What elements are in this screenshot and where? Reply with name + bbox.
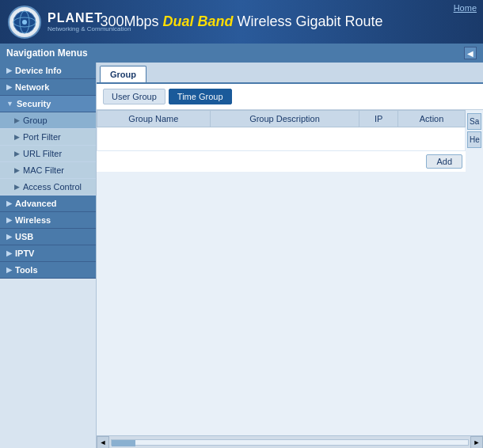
sidebar-label-url-filter: URL Filter <box>23 149 62 158</box>
sidebar-item-port-filter[interactable]: ▶ Port Filter <box>0 129 96 146</box>
subtab-bar: User Group Time Group <box>97 84 483 110</box>
chevron-right-icon: ▶ <box>6 83 12 91</box>
sidebar-item-usb[interactable]: ▶ USB <box>0 229 96 245</box>
sidebar-label-mac-filter: MAC Filter <box>23 165 64 175</box>
title-highlight: Dual Band <box>162 13 233 29</box>
sidebar-label-security: Security <box>17 99 51 108</box>
side-button-sa[interactable]: Sa <box>467 113 481 130</box>
table-row-empty <box>97 127 466 151</box>
sidebar-item-network[interactable]: ▶ Network <box>0 79 96 96</box>
chevron-right-icon: ▶ <box>6 216 12 224</box>
table-wrapper: Group Name Group Description IP Action <box>97 110 466 435</box>
sidebar-label-wireless: Wireless <box>15 215 51 225</box>
subtab-user-group[interactable]: User Group <box>103 89 165 104</box>
sidebar-item-mac-filter[interactable]: ▶ MAC Filter <box>0 162 96 179</box>
sidebar-label-network: Network <box>15 82 49 92</box>
header-title: 300Mbps Dual Band Wireless Gigabit Route <box>100 13 382 30</box>
sidebar-item-tools[interactable]: ▶ Tools <box>0 262 96 279</box>
sidebar-label-iptv: IPTV <box>15 249 34 258</box>
col-action: Action <box>398 111 466 127</box>
chevron-right-icon: ▶ <box>14 183 20 191</box>
sidebar-item-iptv[interactable]: ▶ IPTV <box>0 245 96 262</box>
nav-bar: Navigation Menus ◀ <box>0 44 483 63</box>
scroll-left-button[interactable]: ◄ <box>97 436 109 449</box>
col-group-name: Group Name <box>97 111 211 127</box>
chevron-right-icon: ▶ <box>6 233 12 241</box>
header: PLANET Networking & Communication 300Mbp… <box>0 0 483 44</box>
main-tab-bar: Group <box>97 63 483 84</box>
chevron-right-icon: ▶ <box>6 66 12 74</box>
sidebar-item-advanced[interactable]: ▶ Advanced <box>0 196 96 212</box>
add-button-row: Add <box>97 151 466 172</box>
scroll-thumb[interactable] <box>112 440 135 446</box>
group-table: Group Name Group Description IP Action <box>97 110 466 151</box>
sidebar: ▶ Device Info ▶ Network ▼ Security ▶ Gro… <box>0 63 97 448</box>
title-prefix: 300Mbps <box>100 13 162 29</box>
chevron-right-icon: ▶ <box>14 133 20 141</box>
sidebar-label-group: Group <box>23 116 48 125</box>
chevron-right-icon: ▶ <box>14 166 20 174</box>
add-button[interactable]: Add <box>426 154 462 169</box>
sidebar-item-url-filter[interactable]: ▶ URL Filter <box>0 146 96 162</box>
table-and-side: Group Name Group Description IP Action <box>97 110 483 448</box>
sidebar-item-access-control[interactable]: ▶ Access Control <box>0 179 96 196</box>
subtab-time-group[interactable]: Time Group <box>169 89 232 104</box>
chevron-right-icon: ▶ <box>14 116 20 124</box>
sidebar-item-security[interactable]: ▼ Security <box>0 96 96 112</box>
svg-point-3 <box>22 20 27 25</box>
scroll-track[interactable] <box>111 439 469 446</box>
chevron-right-icon: ▶ <box>6 199 12 207</box>
home-link[interactable]: Home <box>454 3 477 13</box>
sidebar-label-port-filter: Port Filter <box>23 132 61 142</box>
sidebar-item-wireless[interactable]: ▶ Wireless <box>0 212 96 229</box>
chevron-down-icon: ▼ <box>6 100 13 108</box>
sidebar-label-access-control: Access Control <box>23 182 82 192</box>
tab-group[interactable]: Group <box>100 66 146 82</box>
sidebar-item-device-info[interactable]: ▶ Device Info <box>0 63 96 79</box>
horizontal-scrollbar[interactable]: ◄ ► <box>97 435 483 448</box>
col-ip: IP <box>359 111 398 127</box>
sidebar-item-group[interactable]: ▶ Group <box>0 112 96 129</box>
side-button-panel: Sa He <box>466 110 483 435</box>
nav-toggle-button[interactable]: ◀ <box>464 47 477 59</box>
title-suffix: Wireless Gigabit Route <box>234 13 383 29</box>
side-button-he[interactable]: He <box>467 131 481 148</box>
sidebar-label-usb: USB <box>15 232 33 241</box>
logo-icon <box>8 6 41 39</box>
chevron-right-icon: ▶ <box>6 266 12 274</box>
main-layout: ▶ Device Info ▶ Network ▼ Security ▶ Gro… <box>0 63 483 448</box>
sidebar-label-tools: Tools <box>15 265 38 275</box>
nav-title: Navigation Menus <box>6 47 88 59</box>
col-group-description: Group Description <box>210 111 359 127</box>
sidebar-label-advanced: Advanced <box>15 199 57 208</box>
sidebar-label-device-info: Device Info <box>15 66 62 75</box>
content-area: Group User Group Time Group Group Name G… <box>97 63 483 448</box>
chevron-right-icon: ▶ <box>6 249 12 257</box>
scroll-right-button[interactable]: ► <box>470 436 483 449</box>
chevron-right-icon: ▶ <box>14 150 20 158</box>
